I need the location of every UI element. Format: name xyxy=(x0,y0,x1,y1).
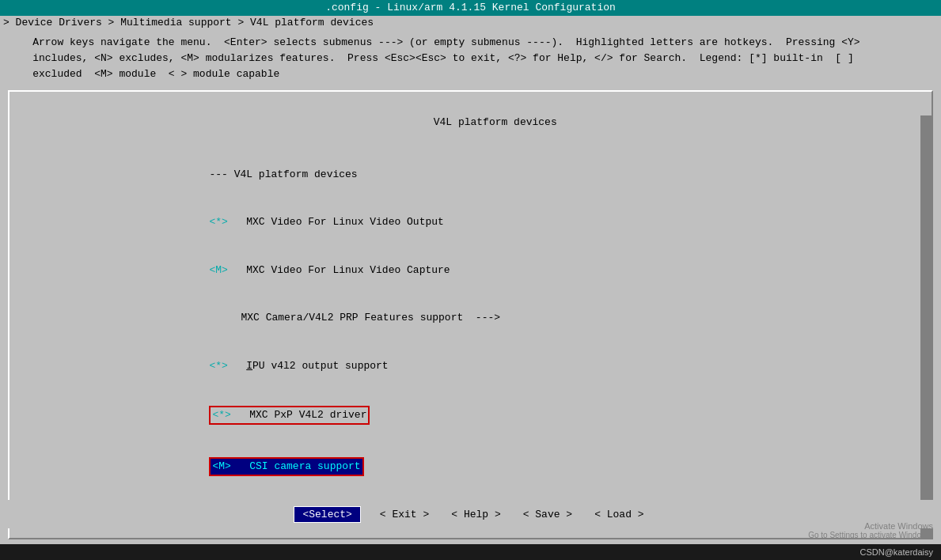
list-item[interactable]: <M> MXC Video For Linux Video Capture xyxy=(17,247,924,294)
help-button[interactable]: < Help > xyxy=(448,507,503,522)
selected-list-item[interactable]: <M> CSI camera support xyxy=(17,441,924,491)
help-line-3: excluded <M> module < > module capable xyxy=(8,66,933,82)
list-item[interactable]: --- V4L platform devices xyxy=(17,151,924,199)
scrollbar[interactable] xyxy=(920,92,932,538)
help-line-1: Arrow keys navigate the menu. <Enter> se… xyxy=(8,35,933,51)
config-content: V4L platform devices --- V4L platform de… xyxy=(9,92,932,539)
help-line-2: includes, <N> excludes, <M> modularizes … xyxy=(8,51,933,66)
config-panel: V4L platform devices --- V4L platform de… xyxy=(8,90,933,539)
list-item[interactable]: MXC Camera/V4L2 PRP Features support ---… xyxy=(17,294,924,342)
settings-text: Go to Settings to activate Windows. xyxy=(808,531,933,539)
scrollbar-thumb[interactable] xyxy=(920,92,932,115)
activate-windows-text: Activate Windows xyxy=(864,521,933,531)
select-button[interactable]: <Select> xyxy=(294,506,360,523)
taskbar: CSDN@katerdaisy xyxy=(0,544,941,560)
csdn-watermark: Activate Windows Go to Settings to activ… xyxy=(808,516,941,544)
title-bar: .config - Linux/arm 4.1.15 Kernel Config… xyxy=(0,0,941,16)
breadcrumb: > Device Drivers > Multimedia support > … xyxy=(0,16,941,30)
exit-button[interactable]: < Exit > xyxy=(377,507,432,522)
csdn-label: CSDN@katerdaisy xyxy=(860,547,933,557)
load-button[interactable]: < Load > xyxy=(591,507,647,522)
breadcrumb-text: > Device Drivers > Multimedia support > … xyxy=(3,17,374,28)
list-item[interactable]: <*> MXC Video For Linux Video Output xyxy=(17,199,924,246)
window-title: .config - Linux/arm 4.1.15 Kernel Config… xyxy=(325,2,616,13)
list-item[interactable]: <*> IPU v4l2 output support xyxy=(17,342,924,390)
bottom-bar: <Select> < Exit > < Help > < Save > < Lo… xyxy=(0,500,941,528)
help-text: Arrow keys navigate the menu. <Enter> se… xyxy=(0,30,941,85)
list-item[interactable]: <*> MXC PxP V4L2 driver xyxy=(17,390,924,441)
main-area: Arrow keys navigate the menu. <Enter> se… xyxy=(0,30,941,544)
save-button[interactable]: < Save > xyxy=(520,507,575,522)
panel-title: V4L platform devices xyxy=(17,98,924,146)
